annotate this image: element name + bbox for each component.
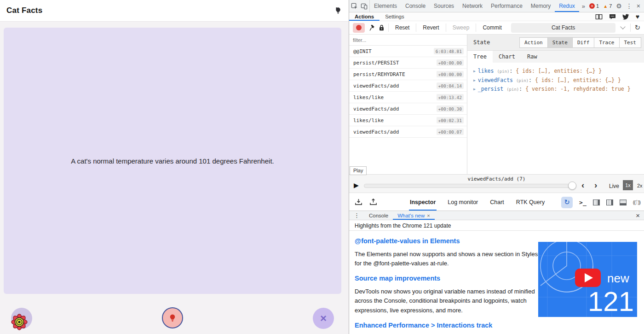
lightbulb-icon[interactable] — [334, 6, 342, 15]
tab-rtk-query[interactable]: RTK Query — [515, 194, 546, 211]
tab-diff[interactable]: Diff — [572, 37, 595, 48]
pin-icon[interactable] — [368, 24, 375, 31]
tab-settings[interactable]: Settings — [380, 12, 410, 21]
video-version-label: 121 — [588, 286, 634, 317]
dock-bottom-icon[interactable] — [620, 199, 627, 205]
action-row[interactable]: likes/like +00:02.31 — [349, 115, 467, 126]
action-row[interactable]: viewedFacts/add +00:00.30 — [349, 103, 467, 115]
tab-console[interactable]: Console — [401, 0, 430, 12]
slider-thumb[interactable] — [568, 182, 576, 190]
tree-node-persist[interactable]: ▶_persist (pin): { version: -1, rehydrat… — [473, 85, 644, 94]
tab-actions[interactable]: Actions — [349, 12, 380, 21]
step-forward-icon[interactable]: › — [594, 181, 597, 189]
dock-right-icon[interactable] — [606, 199, 613, 205]
sponsor-heart-icon[interactable]: ♥ — [636, 13, 639, 20]
action-row[interactable]: viewedFacts/add +00:00.07 — [349, 126, 467, 138]
export-icon[interactable] — [369, 198, 377, 206]
tab-inspector[interactable]: Inspector — [409, 194, 437, 211]
drawer-close-icon[interactable]: × — [632, 211, 644, 220]
devtools-panel: Elements Console Sources Network Perform… — [349, 0, 644, 334]
tree-value: { ids: […], entities: {…} } — [535, 77, 621, 83]
tab-sources[interactable]: Sources — [430, 0, 458, 12]
docs-book-icon[interactable] — [595, 14, 603, 20]
lock-icon[interactable] — [379, 24, 385, 31]
tab-performance[interactable]: Performance — [487, 0, 527, 12]
tab-chart[interactable]: Chart — [489, 194, 505, 211]
cat-facts-app: Cat Facts A cat's normal temperature var… — [0, 0, 349, 334]
dispatcher-terminal-icon[interactable]: >_ — [579, 199, 586, 206]
tree-key: viewedFacts — [478, 77, 513, 83]
step-back-icon[interactable]: ‹ — [581, 181, 584, 189]
like-button[interactable] — [162, 307, 183, 328]
speed-2x-button[interactable]: 2x — [637, 183, 643, 188]
tab-state[interactable]: State — [547, 37, 573, 48]
warning-badge[interactable]: ▲ 7 — [603, 3, 612, 9]
filter-input[interactable] — [353, 37, 463, 43]
commit-button[interactable]: Commit — [480, 24, 504, 31]
feedback-chat-icon[interactable] — [609, 14, 616, 20]
tree-node-viewedfacts[interactable]: ▶viewedFacts (pin): { ids: […], entities… — [473, 76, 644, 85]
colon: : — [519, 86, 522, 92]
tab-elements[interactable]: Elements — [370, 0, 401, 12]
devtools-close-icon[interactable]: × — [637, 3, 640, 9]
divider — [446, 23, 446, 32]
action-row[interactable]: viewedFacts/add +00:04.14 — [349, 80, 467, 92]
tree-node-likes[interactable]: ▶likes (pin): { ids: […], entities: {…} … — [473, 67, 644, 76]
more-tabs-icon[interactable]: » — [579, 0, 588, 12]
tab-redux[interactable]: Redux — [555, 0, 579, 12]
drawer-kebab-icon[interactable]: ⋮ — [349, 211, 364, 220]
whats-new-video-thumbnail[interactable]: new 121 — [538, 242, 637, 317]
tab-close-icon[interactable]: × — [427, 213, 430, 218]
import-icon[interactable] — [355, 198, 362, 206]
action-row[interactable]: likes/like +00:13.42 — [349, 92, 467, 103]
error-icon: × — [589, 3, 595, 9]
inspect-element-icon[interactable] — [351, 3, 358, 10]
dismiss-button[interactable]: × — [313, 308, 334, 329]
chevron-down-icon[interactable] — [621, 24, 626, 29]
settings-gear-icon[interactable]: ⚙ — [616, 3, 622, 9]
tab-drawer-console[interactable]: Console — [364, 211, 393, 220]
whats-new-content: @font-palette-values in Elements The Ele… — [349, 231, 644, 334]
dock-left-icon[interactable] — [593, 199, 600, 205]
instance-selector[interactable]: Cat Facts — [511, 23, 616, 33]
pin-label[interactable]: (pin) — [497, 69, 509, 74]
tab-test[interactable]: Test — [619, 37, 642, 48]
action-row[interactable]: persist/REHYDRATE +00:00.00 — [349, 69, 467, 80]
subtab-chart[interactable]: Chart — [493, 51, 521, 63]
tab-trace[interactable]: Trace — [594, 37, 619, 48]
reset-button[interactable]: Reset — [392, 24, 412, 31]
tab-network[interactable]: Network — [458, 0, 487, 12]
subtab-tree[interactable]: Tree — [467, 51, 493, 63]
action-row[interactable]: @@INIT 6:03:48.81 — [349, 46, 467, 57]
subtab-raw[interactable]: Raw — [521, 51, 543, 63]
tab-log-monitor[interactable]: Log monitor — [447, 194, 479, 211]
device-toolbar-icon[interactable] — [361, 3, 368, 10]
play-button[interactable]: ▶ — [354, 182, 359, 188]
expand-arrow-icon[interactable]: ▶ — [473, 69, 476, 73]
remote-broadcast-icon[interactable]: ((ᛙ)) — [633, 199, 640, 205]
autoselect-loop-icon[interactable]: ↻ — [561, 197, 573, 208]
whats-new-label: What's new — [397, 213, 425, 218]
revert-button[interactable]: Revert — [420, 24, 442, 31]
refresh-icon[interactable]: ↻ — [634, 23, 640, 32]
section-link-performance[interactable]: Enhanced Performance > Interactions trac… — [355, 322, 638, 329]
devtools-status-icons: × 1 ▲ 7 ⚙ ⋮ × — [589, 0, 644, 12]
error-badge[interactable]: × 1 — [589, 3, 599, 9]
pin-label[interactable]: (pin) — [506, 87, 519, 92]
youtube-play-icon — [575, 269, 601, 287]
record-button[interactable] — [353, 23, 365, 33]
pin-label[interactable]: (pin) — [516, 78, 529, 83]
tab-action[interactable]: Action — [519, 37, 548, 48]
kebab-menu-icon[interactable]: ⋮ — [626, 3, 632, 9]
tab-memory[interactable]: Memory — [527, 0, 555, 12]
expand-arrow-icon[interactable]: ▶ — [473, 87, 476, 91]
sweep-button[interactable]: Sweep — [450, 24, 472, 31]
expand-arrow-icon[interactable]: ▶ — [473, 78, 476, 82]
speed-1x-button[interactable]: 1x — [623, 180, 633, 190]
live-button[interactable]: Live — [609, 183, 619, 189]
timeline-slider[interactable] — [364, 184, 575, 188]
action-name: likes/like — [353, 117, 384, 123]
action-row[interactable]: persist/PERSIST +00:00.00 — [349, 57, 467, 69]
twitter-bird-icon[interactable] — [622, 14, 629, 20]
tab-whats-new[interactable]: What's new × — [393, 211, 435, 220]
